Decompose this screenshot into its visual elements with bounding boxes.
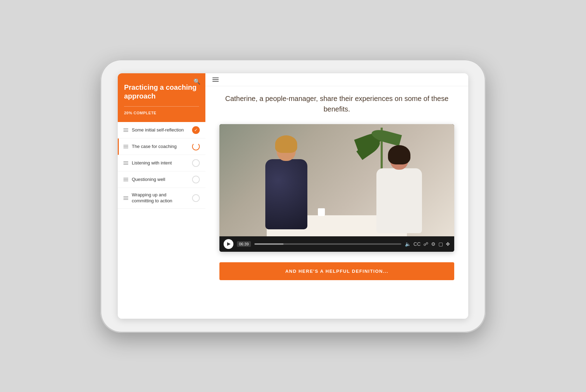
intro-text: Catherine, a people-manager, share their… [219, 93, 454, 114]
nav-status-loading [192, 143, 200, 150]
nav-item-label: Wrapping up and committing to action [132, 192, 189, 204]
video-progress-fill [254, 243, 284, 245]
video-player[interactable]: 06:39 🔈 CC ☍ ⚙ ▢ ✥ [219, 124, 454, 252]
lines-icon [123, 161, 128, 165]
lines-icon [123, 128, 128, 132]
nav-status-empty [192, 194, 200, 202]
progress-divider [124, 106, 199, 107]
video-controls: 06:39 🔈 CC ☍ ⚙ ▢ ✥ [219, 236, 454, 252]
search-icon[interactable]: 🔍 [193, 78, 200, 85]
progress-label: 20% COMPLETE [124, 111, 156, 115]
sidebar-header: 🔍 Practicing a coaching approach 20% COM… [118, 73, 205, 122]
main-body: Catherine, a people-manager, share their… [205, 86, 468, 319]
person-right [368, 149, 431, 236]
play-button[interactable] [224, 239, 233, 249]
nav-item-wrapping-up[interactable]: Wrapping up and committing to action [118, 188, 205, 209]
tablet-frame: 🔍 Practicing a coaching approach 20% COM… [100, 59, 486, 333]
captions-icon[interactable]: CC [414, 241, 421, 247]
main-toolbar [205, 73, 468, 86]
nav-status-completed: ✓ [192, 126, 200, 134]
cta-button[interactable]: AND HERE'S A HELPFUL DEFINITION... [219, 262, 454, 280]
video-thumbnail [219, 124, 454, 236]
nav-item-case-for-coaching[interactable]: The case for coaching [118, 138, 205, 155]
settings-icon[interactable]: ⚙ [431, 241, 436, 247]
time-display: 06:39 [237, 241, 251, 247]
main-content: Catherine, a people-manager, share their… [205, 73, 468, 319]
nav-item-label: Listening with intent [132, 160, 189, 166]
nav-item-label: The case for coaching [132, 144, 189, 150]
lines-icon [123, 145, 128, 148]
lines-icon [123, 196, 128, 200]
transcript-icon[interactable]: ☍ [423, 241, 428, 247]
nav-item-label: Questioning well [132, 177, 189, 183]
cup-prop [318, 208, 325, 216]
person-left [255, 138, 318, 236]
pip-icon[interactable]: ▢ [438, 241, 443, 247]
nav-item-listening[interactable]: Listening with intent [118, 155, 205, 171]
app-container: 🔍 Practicing a coaching approach 20% COM… [118, 73, 468, 319]
video-progress-bar[interactable] [254, 243, 401, 245]
sidebar-title: Practicing a coaching approach [124, 83, 199, 101]
nav-item-self-reflection[interactable]: Some initial self-reflection ✓ [118, 122, 205, 138]
nav-item-label: Some initial self-reflection [132, 127, 189, 133]
nav-status-empty [192, 159, 200, 167]
volume-icon[interactable]: 🔈 [405, 241, 411, 247]
fullscreen-icon[interactable]: ✥ [446, 241, 450, 247]
nav-item-questioning[interactable]: Questioning well [118, 171, 205, 188]
sidebar-nav: Some initial self-reflection ✓ The case … [118, 122, 205, 319]
nav-status-empty [192, 176, 200, 183]
play-icon [227, 242, 231, 246]
sidebar: 🔍 Practicing a coaching approach 20% COM… [118, 73, 205, 319]
video-controls-right: 🔈 CC ☍ ⚙ ▢ ✥ [405, 241, 450, 247]
hamburger-icon[interactable] [212, 77, 219, 82]
lines-icon [123, 178, 128, 181]
